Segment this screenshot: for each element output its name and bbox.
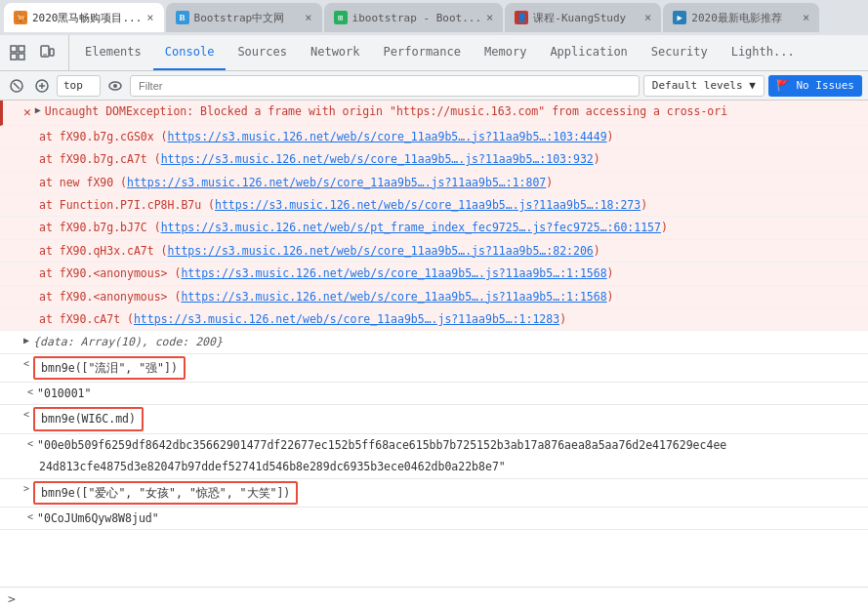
entry-arrow-1: <	[23, 356, 29, 372]
error-link-5[interactable]: https://s3.music.126.net/web/s/pt_frame_…	[161, 221, 661, 234]
filter-input[interactable]	[130, 75, 640, 97]
console-error-detail-5: at fX90.b7g.bJ7C (https://s3.music.126.n…	[0, 217, 868, 239]
browser-tab-3[interactable]: ⊞ ibootstrap - Boot... ×	[324, 3, 504, 32]
tab-close-4[interactable]: ×	[644, 11, 651, 24]
console-boxed-entry-1: < bmn9e(["流泪", "强"])	[0, 354, 868, 383]
error-link-7[interactable]: https://s3.music.126.net/web/s/core_11aa…	[181, 266, 606, 280]
error-link-8[interactable]: https://s3.music.126.net/web/s/core_11aa…	[181, 290, 606, 304]
error-link-9[interactable]: https://s3.music.126.net/web/s/core_11aa…	[134, 312, 559, 326]
error-text: Uncaught DOMException: Blocked a frame w…	[45, 102, 860, 120]
browser-tab-2[interactable]: B Bootstrap中文网 ×	[166, 3, 322, 32]
tab-close-2[interactable]: ×	[305, 11, 311, 24]
console-error-detail-4: at Function.P7I.cP8H.B7u (https://s3.mus…	[0, 194, 868, 217]
console-object-entry: ▶ {data: Array(10), code: 200}	[0, 331, 868, 353]
console-boxed-entry-3: > bmn9e(["爱心", "女孩", "惊恐", "大笑"])	[0, 479, 868, 508]
tab-network[interactable]: Network	[299, 35, 372, 70]
hex-text-2: 24d813cfe4875d3e82047b97ddef52741d546b8e…	[39, 458, 860, 475]
browser-tab-5[interactable]: ▶ 2020最新电影推荐 ×	[663, 3, 819, 32]
browser-tab-1[interactable]: 🐎 2020黑马畅购项目... ×	[4, 3, 164, 32]
tab-icon-3: ⊞	[334, 11, 348, 24]
browser-tab-bar: 🐎 2020黑马畅购项目... × B Bootstrap中文网 × ⊞ ibo…	[0, 0, 868, 35]
entry-arrow-4: <	[27, 436, 33, 452]
tab-icon-4: 👤	[515, 11, 528, 24]
tab-title-5: 2020最新电影推荐	[691, 11, 782, 25]
tab-title-4: 课程-KuangStudy	[533, 11, 626, 25]
svg-rect-1	[19, 46, 24, 52]
console-string-entry-1: < "010001"	[0, 383, 868, 405]
console-error-detail-9: at fX90.cA7t (https://s3.music.126.net/w…	[0, 308, 868, 331]
console-error-detail-8: at fX90.<anonymous> (https://s3.music.12…	[0, 286, 868, 308]
svg-rect-0	[11, 46, 17, 52]
tab-performance[interactable]: Performance	[372, 35, 473, 70]
svg-line-8	[14, 83, 20, 89]
boxed-entry-text-2: bmn9e(WI6C.md)	[33, 407, 144, 430]
console-error-detail-3: at new fX90 (https://s3.music.126.net/we…	[0, 172, 868, 194]
error-link-3[interactable]: https://s3.music.126.net/web/s/core_11aa…	[127, 176, 546, 189]
tab-close-3[interactable]: ×	[486, 11, 493, 24]
hex-text-1: "00e0b509f6259df8642dbc35662901477df2267…	[37, 436, 860, 454]
console-error-detail-2: at fX90.b7g.cA7t (https://s3.music.126.n…	[0, 148, 868, 171]
tab-memory[interactable]: Memory	[473, 35, 538, 70]
tab-sources[interactable]: Sources	[226, 35, 299, 70]
error-link-1[interactable]: https://s3.music.126.net/web/s/core_11aa…	[168, 130, 607, 143]
tab-console[interactable]: Console	[153, 35, 227, 70]
console-error-entry: ✕ ▶ Uncaught DOMException: Blocked a fra…	[0, 101, 868, 126]
svg-rect-5	[50, 49, 54, 56]
tab-application[interactable]: Application	[538, 35, 639, 70]
tab-title-1: 2020黑马畅购项目...	[32, 11, 142, 25]
svg-point-13	[113, 84, 117, 88]
error-link-6[interactable]: https://s3.music.126.net/web/s/core_11aa…	[168, 244, 594, 258]
entry-arrow-3: <	[23, 407, 29, 423]
error-link-4[interactable]: https://s3.music.126.net/web/s/core_11aa…	[215, 198, 641, 212]
console-hex-entry-1: < "00e0b509f6259df8642dbc35662901477df22…	[0, 434, 868, 456]
browser-tab-4[interactable]: 👤 课程-KuangStudy ×	[505, 3, 661, 32]
inspect-element-button[interactable]	[4, 39, 31, 66]
tab-close-1[interactable]: ×	[146, 11, 153, 24]
boxed-entry-text-1: bmn9e(["流泪", "强"])	[33, 356, 186, 380]
tab-icon-2: B	[176, 11, 189, 24]
clear-console-button[interactable]	[6, 75, 27, 97]
devtools-tabs: Elements Console Sources Network Perform…	[73, 35, 806, 70]
svg-rect-2	[11, 54, 17, 60]
tab-icon-5: ▶	[673, 11, 686, 24]
string-text-2: "0CoJUm6Qyw8W8jud"	[37, 509, 860, 527]
console-hex-entry-2: 24d813cfe4875d3e82047b97ddef52741d546b8e…	[0, 456, 868, 478]
console-error-detail-7: at fX90.<anonymous> (https://s3.music.12…	[0, 263, 868, 285]
prompt-icon: >	[8, 591, 16, 606]
tab-title-3: ibootstrap - Boot...	[352, 12, 481, 24]
entry-arrow-6: <	[27, 509, 33, 525]
console-toolbar: top Default levels ▼ 🚩 No Issues	[0, 71, 868, 101]
eye-icon-button[interactable]	[104, 75, 126, 97]
tab-security[interactable]: Security	[640, 35, 720, 70]
tab-title-2: Bootstrap中文网	[194, 11, 285, 25]
entry-arrow-5: >	[23, 481, 29, 497]
console-input[interactable]	[21, 592, 860, 606]
tab-elements[interactable]: Elements	[73, 35, 153, 70]
error-icon: ✕	[23, 102, 31, 123]
console-prompt: >	[0, 587, 868, 610]
string-text-1: "010001"	[37, 385, 860, 402]
object-expand-arrow[interactable]: ▶	[23, 333, 29, 348]
devtools-icon-group	[4, 35, 69, 70]
svg-rect-3	[19, 54, 24, 60]
expand-arrow[interactable]: ▶	[35, 102, 41, 118]
tab-icon-1: 🐎	[14, 11, 27, 24]
tab-close-5[interactable]: ×	[803, 11, 809, 24]
console-output[interactable]: ✕ ▶ Uncaught DOMException: Blocked a fra…	[0, 101, 868, 587]
boxed-entry-text-3: bmn9e(["爱心", "女孩", "惊恐", "大笑"])	[33, 481, 298, 505]
devtools-nav: Elements Console Sources Network Perform…	[0, 35, 868, 71]
device-toolbar-button[interactable]	[33, 39, 61, 66]
context-selector[interactable]: top	[57, 75, 101, 97]
no-issues-button[interactable]: 🚩 No Issues	[768, 75, 862, 97]
default-levels-button[interactable]: Default levels ▼	[643, 75, 765, 97]
tab-lighthouse[interactable]: Lighth...	[720, 35, 806, 70]
console-string-entry-2: < "0CoJUm6Qyw8W8jud"	[0, 508, 868, 530]
preserve-log-button[interactable]	[31, 75, 53, 97]
console-error-detail-6: at fX90.qH3x.cA7t (https://s3.music.126.…	[0, 240, 868, 263]
console-boxed-entry-2: < bmn9e(WI6C.md)	[0, 405, 868, 433]
entry-arrow-2: <	[27, 385, 33, 400]
object-preview-text: {data: Array(10), code: 200}	[33, 333, 860, 350]
console-error-detail-1: at fX90.b7g.cGS0x (https://s3.music.126.…	[0, 126, 868, 148]
error-link-2[interactable]: https://s3.music.126.net/web/s/core_11aa…	[161, 152, 594, 166]
